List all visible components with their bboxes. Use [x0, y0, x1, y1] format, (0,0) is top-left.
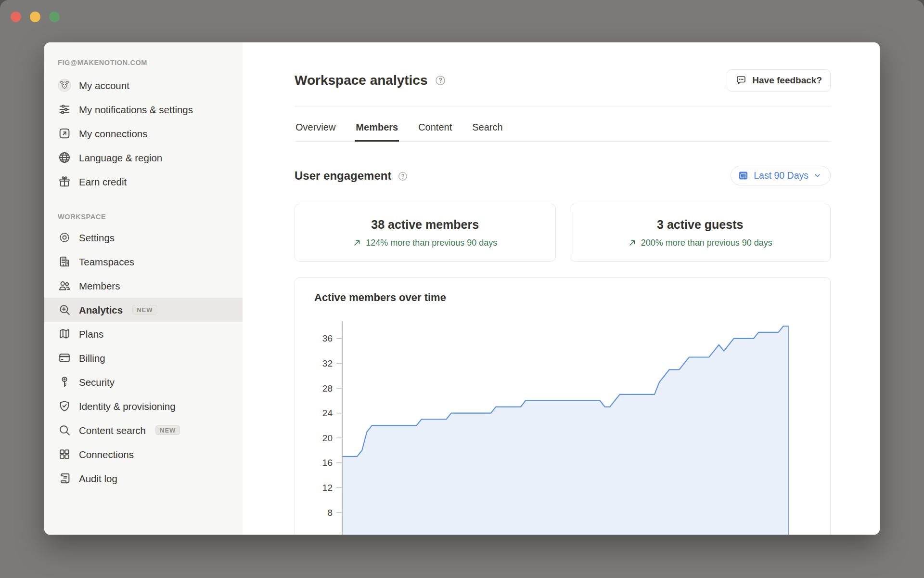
sidebar-item-my-notifications-settings[interactable]: My notifications & settings [44, 97, 243, 121]
shield-check-icon [58, 399, 71, 413]
trend-up-icon [353, 238, 361, 247]
settings-sidebar: FIG@MAKENOTION.COM My accountMy notifica… [44, 42, 243, 535]
sidebar-item-label: Content search [79, 424, 146, 437]
sidebar-item-teamspaces[interactable]: Teamspaces [44, 250, 243, 274]
sidebar-item-label: Plans [79, 328, 103, 341]
stat-value: 3 active guests [657, 218, 743, 232]
user-engagement-title: User engagement [295, 169, 391, 183]
svg-text:20: 20 [322, 433, 333, 443]
gift-icon [58, 175, 71, 188]
sidebar-item-label: Settings [79, 231, 115, 244]
credit-card-icon [58, 351, 71, 365]
svg-text:32: 32 [322, 358, 333, 368]
sidebar-item-label: Security [79, 376, 115, 389]
header-divider [295, 106, 831, 106]
help-circle-icon[interactable] [435, 75, 446, 86]
stat-delta: 200% more than previous 90 days [628, 238, 772, 248]
minimize-button[interactable] [30, 12, 40, 22]
sidebar-item-security[interactable]: Security [44, 370, 243, 394]
desktop-background: FIG@MAKENOTION.COM My accountMy notifica… [0, 0, 924, 578]
new-badge: NEW [132, 305, 157, 315]
stat-delta-label: 124% more than previous 90 days [366, 238, 497, 248]
active-members-chart: 363228242016128 [307, 314, 830, 535]
sidebar-item-label: Language & region [79, 151, 162, 164]
stat-cards: 38 active members124% more than previous… [295, 204, 831, 262]
sidebar-item-language-region[interactable]: Language & region [44, 145, 243, 170]
sidebar-item-connections[interactable]: Connections [44, 442, 243, 466]
sidebar-item-billing[interactable]: Billing [44, 346, 243, 370]
chevron-down-icon [813, 171, 821, 180]
zoom-button[interactable] [49, 12, 60, 22]
svg-text:8: 8 [327, 508, 333, 518]
building-icon [58, 255, 71, 268]
sidebar-section-header-workspace: WORKSPACE [44, 213, 243, 221]
sidebar-nav: My accountMy notifications & settingsMy … [44, 73, 243, 490]
arrow-up-right-square-icon [58, 127, 71, 140]
stat-card-38-active-members: 38 active members124% more than previous… [295, 204, 556, 262]
sidebar-item-content-search[interactable]: Content searchNEW [44, 418, 243, 442]
key-icon [58, 375, 71, 389]
svg-text:12: 12 [322, 483, 333, 493]
sidebar-item-label: Identity & provisioning [79, 400, 176, 413]
svg-text:16: 16 [322, 458, 333, 468]
tab-content[interactable]: Content [417, 119, 453, 142]
have-feedback-button[interactable]: Have feedback? [727, 69, 831, 92]
sidebar-item-label: Billing [79, 352, 105, 365]
gear-icon [58, 231, 71, 244]
sidebar-item-identity-provisioning[interactable]: Identity & provisioning [44, 394, 243, 418]
sidebar-item-label: Analytics [79, 303, 123, 316]
map-icon [58, 327, 71, 341]
sidebar-item-label: Earn credit [79, 175, 127, 188]
close-button[interactable] [11, 12, 21, 22]
engagement-header: User engagement Last 90 Days [295, 166, 831, 185]
svg-text:36: 36 [322, 333, 333, 343]
scroll-icon [58, 472, 71, 485]
analytics-tabs: OverviewMembersContentSearch [295, 119, 831, 142]
window-controls [11, 12, 60, 22]
stat-card-3-active-guests: 3 active guests200% more than previous 9… [570, 204, 831, 262]
svg-text:24: 24 [322, 408, 333, 418]
tab-members[interactable]: Members [355, 119, 399, 142]
sliders-icon [58, 103, 71, 116]
sidebar-item-audit-log[interactable]: Audit log [44, 466, 243, 490]
date-range-button[interactable]: Last 90 Days [731, 166, 831, 185]
sidebar-item-label: Members [79, 279, 120, 292]
chart-title: Active members over time [314, 291, 830, 304]
active-members-chart-card: Active members over time 363228242016128 [295, 277, 831, 535]
page-header: Workspace analytics Have feedback? [295, 69, 831, 92]
speech-bubble-icon [735, 75, 747, 86]
sidebar-item-my-account[interactable]: My account [44, 73, 243, 97]
sidebar-item-plans[interactable]: Plans [44, 322, 243, 346]
settings-dialog: FIG@MAKENOTION.COM My accountMy notifica… [44, 42, 880, 535]
globe-icon [58, 151, 71, 164]
account-email: FIG@MAKENOTION.COM [44, 59, 243, 66]
sidebar-item-analytics[interactable]: AnalyticsNEW [44, 298, 243, 322]
tab-search[interactable]: Search [471, 119, 503, 142]
sidebar-item-label: Audit log [79, 472, 117, 485]
help-circle-icon[interactable] [398, 171, 408, 181]
trend-up-icon [628, 238, 637, 247]
stat-value: 38 active members [371, 218, 479, 232]
sidebar-item-earn-credit[interactable]: Earn credit [44, 170, 243, 194]
magnifier-icon [58, 423, 71, 437]
have-feedback-label: Have feedback? [752, 75, 822, 86]
people-icon [58, 279, 71, 292]
magnifier-plus-icon [58, 303, 71, 316]
grid-icon [58, 447, 71, 461]
tab-overview[interactable]: Overview [295, 119, 336, 142]
sidebar-item-label: My account [79, 79, 129, 92]
calendar-icon [738, 170, 749, 181]
sidebar-item-label: My notifications & settings [79, 103, 193, 116]
stat-delta: 124% more than previous 90 days [353, 238, 497, 248]
sidebar-item-my-connections[interactable]: My connections [44, 121, 243, 145]
avatar [58, 79, 71, 92]
sidebar-item-settings[interactable]: Settings [44, 225, 243, 250]
page-title: Workspace analytics [295, 73, 428, 88]
svg-text:28: 28 [322, 383, 333, 394]
date-range-label: Last 90 Days [754, 170, 808, 181]
new-badge: NEW [155, 425, 180, 435]
sidebar-item-members[interactable]: Members [44, 274, 243, 298]
sidebar-item-label: Teamspaces [79, 255, 134, 268]
sidebar-item-label: My connections [79, 127, 147, 140]
sidebar-item-label: Connections [79, 448, 134, 461]
